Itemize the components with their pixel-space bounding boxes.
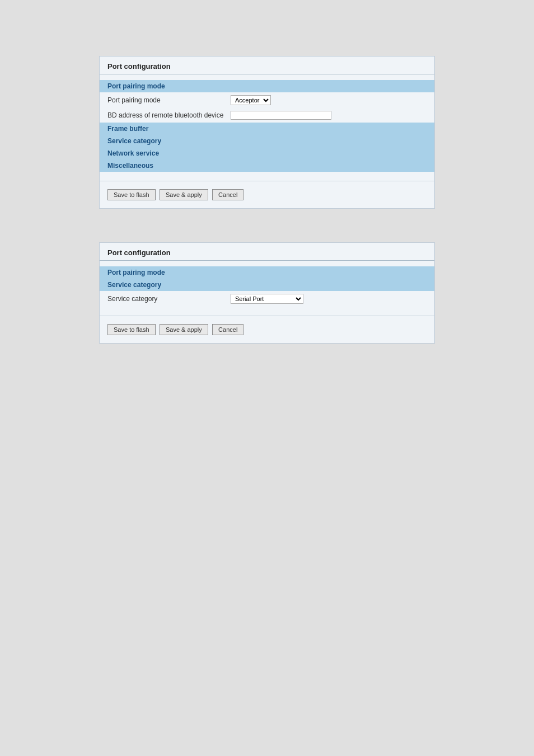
- form-row-service-category: Service category Serial Port LAN Access …: [100, 291, 434, 307]
- section-service-category-2[interactable]: Service category: [100, 279, 434, 291]
- select-pairing-mode[interactable]: Acceptor Initiator: [231, 95, 271, 105]
- label-bd-address: BD address of remote bluetooth device: [107, 111, 231, 119]
- panel-1-body: Port pairing mode Port pairing mode Acce…: [100, 74, 434, 181]
- panel-2-footer: Save to flash Save & apply Cancel: [100, 316, 434, 343]
- cancel-button-2[interactable]: Cancel: [212, 324, 243, 335]
- section-network-service[interactable]: Network service: [100, 147, 434, 159]
- label-service-category: Service category: [107, 295, 231, 303]
- section-service-category[interactable]: Service category: [100, 135, 434, 147]
- config-panel-2: Port configuration Port pairing mode Ser…: [99, 242, 435, 344]
- section-miscellaneous[interactable]: Miscellaneous: [100, 159, 434, 172]
- form-row-pairing-mode: Port pairing mode Acceptor Initiator: [100, 92, 434, 108]
- save-apply-button-1[interactable]: Save & apply: [160, 189, 208, 200]
- select-service-category[interactable]: Serial Port LAN Access Dial-up Networkin…: [231, 294, 303, 304]
- save-flash-button-2[interactable]: Save to flash: [107, 324, 156, 335]
- section-frame-buffer[interactable]: Frame buffer: [100, 123, 434, 135]
- section-port-pairing-mode-2[interactable]: Port pairing mode: [100, 266, 434, 279]
- label-pairing-mode: Port pairing mode: [107, 96, 231, 104]
- form-row-bd-address: BD address of remote bluetooth device: [100, 108, 434, 123]
- panel-1-footer: Save to flash Save & apply Cancel: [100, 181, 434, 208]
- cancel-button-1[interactable]: Cancel: [212, 189, 243, 200]
- input-bd-address[interactable]: [231, 111, 331, 120]
- config-panel-1: Port configuration Port pairing mode Por…: [99, 56, 435, 209]
- save-apply-button-2[interactable]: Save & apply: [160, 324, 208, 335]
- section-port-pairing-mode[interactable]: Port pairing mode: [100, 80, 434, 92]
- panel-1-title: Port configuration: [100, 57, 434, 74]
- panel-2-body: Port pairing mode Service category Servi…: [100, 261, 434, 316]
- panel-2-title: Port configuration: [100, 243, 434, 261]
- save-flash-button-1[interactable]: Save to flash: [107, 189, 156, 200]
